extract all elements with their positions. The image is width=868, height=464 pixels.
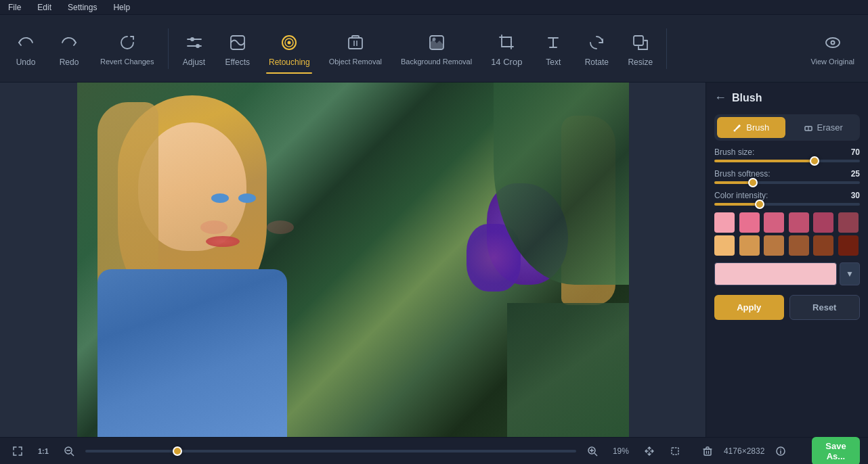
color-swatch-10[interactable]: [813, 235, 833, 256]
undo-button[interactable]: Undo: [5, 26, 46, 71]
blush-right: [267, 221, 294, 234]
color-swatch-3[interactable]: [789, 212, 809, 233]
object-removal-button[interactable]: Object Removal: [321, 26, 390, 70]
delete-button[interactable]: [698, 442, 717, 459]
svg-point-3: [196, 44, 200, 48]
color-intensity-label-row: Color intensity: 30: [714, 191, 860, 200]
effects-label: Effects: [225, 57, 250, 67]
text-button[interactable]: Text: [533, 26, 573, 71]
apply-button[interactable]: Apply: [714, 295, 784, 320]
canvas-image: [77, 83, 629, 437]
adjust-button[interactable]: Adjust: [174, 26, 215, 71]
effects-icon: [225, 30, 250, 55]
redo-icon: [57, 30, 81, 55]
color-swatch-9[interactable]: [789, 235, 809, 256]
color-swatch-0[interactable]: [714, 212, 735, 233]
brush-softness-value: 25: [851, 169, 860, 179]
color-intensity-value: 30: [851, 191, 860, 200]
fullscreen-button[interactable]: [8, 442, 27, 459]
color-display[interactable]: [714, 262, 837, 285]
back-button[interactable]: ←: [714, 91, 726, 105]
fullscreen-icon: [12, 446, 23, 457]
menu-edit[interactable]: Edit: [35, 1, 54, 14]
zoom-in-button[interactable]: [583, 442, 602, 459]
zoom-out-button[interactable]: [60, 442, 79, 459]
object-removal-label: Object Removal: [329, 57, 382, 66]
color-intensity-row: Color intensity: 30: [714, 191, 860, 206]
svg-point-19: [734, 129, 736, 131]
color-dropdown-button[interactable]: ▼: [840, 262, 860, 285]
undo-icon: [14, 30, 38, 55]
color-swatch-4[interactable]: [813, 212, 833, 233]
undo-label: Undo: [16, 57, 36, 67]
info-icon: [775, 446, 786, 457]
retouching-icon: [277, 30, 301, 55]
color-swatch-1[interactable]: [739, 212, 760, 233]
selection-tool-button[interactable]: [666, 442, 685, 459]
background-removal-icon: [425, 30, 449, 55]
svg-rect-29: [672, 448, 678, 455]
mode-toggle: Brush Eraser: [714, 114, 860, 141]
effects-button[interactable]: Effects: [217, 26, 258, 71]
adjust-icon: [182, 30, 207, 55]
main-content: ← Blush Brush Eraser Br: [0, 83, 868, 437]
brush-mode-button[interactable]: Brush: [717, 117, 785, 138]
toolbar-separator-1: [168, 28, 169, 69]
resize-label: Resize: [628, 57, 653, 67]
menu-settings[interactable]: Settings: [65, 1, 100, 14]
save-as-button[interactable]: Save As...: [812, 437, 860, 465]
eraser-mode-button[interactable]: Eraser: [789, 117, 858, 138]
reset-button[interactable]: Reset: [789, 295, 861, 320]
panel-title: Blush: [732, 92, 762, 104]
zoom-out-icon: [64, 446, 74, 457]
color-swatch-2[interactable]: [764, 212, 784, 233]
resize-button[interactable]: Resize: [620, 26, 661, 71]
brush-size-label: Brush size:: [714, 147, 754, 157]
background-removal-button[interactable]: Background Removal: [393, 26, 480, 70]
background-removal-label: Background Removal: [401, 57, 472, 66]
svg-line-26: [594, 453, 597, 456]
svg-point-18: [831, 41, 833, 43]
info-button[interactable]: [771, 442, 790, 459]
retouching-button[interactable]: Retouching: [261, 26, 318, 71]
zoom-level: 19%: [609, 446, 633, 456]
revert-button[interactable]: Revert Changes: [92, 26, 162, 70]
selection-icon: [670, 446, 680, 457]
color-swatch-5[interactable]: [838, 212, 859, 233]
pan-tool-button[interactable]: [640, 442, 659, 459]
color-swatch-6[interactable]: [714, 235, 735, 256]
view-original-button[interactable]: View Original: [802, 26, 863, 70]
menu-help[interactable]: Help: [110, 1, 133, 14]
blush-left: [200, 221, 227, 234]
revert-label: Revert Changes: [100, 57, 154, 66]
svg-point-12: [432, 37, 435, 41]
text-label: Text: [546, 57, 561, 67]
brush-icon: [733, 123, 742, 133]
rotate-button[interactable]: Rotate: [576, 26, 617, 71]
color-swatch-8[interactable]: [764, 235, 784, 256]
toolbar: Undo Redo Revert Changes: [0, 15, 868, 83]
crop-icon: [494, 30, 519, 54]
view-original-label: View Original: [810, 57, 854, 66]
zoom-in-icon: [587, 446, 598, 457]
adjust-label: Adjust: [183, 57, 205, 67]
text-icon: [541, 30, 565, 55]
brush-size-slider[interactable]: [714, 160, 860, 162]
brush-size-row: Brush size: 70: [714, 147, 860, 162]
color-swatch-7[interactable]: [739, 235, 760, 256]
brush-softness-slider[interactable]: [714, 181, 860, 184]
crop-button[interactable]: 14 Crop: [483, 26, 530, 71]
crop-label: 14 Crop: [491, 57, 522, 67]
toolbar-separator-2: [666, 28, 667, 69]
color-swatch-11[interactable]: [838, 235, 859, 256]
color-intensity-slider[interactable]: [714, 203, 860, 206]
svg-rect-8: [349, 38, 362, 49]
eye-left: [211, 193, 229, 203]
panel-header: ← Blush: [714, 91, 860, 105]
redo-button[interactable]: Redo: [49, 26, 89, 71]
canvas-area[interactable]: [0, 83, 706, 437]
actual-size-button[interactable]: 1:1: [34, 444, 53, 458]
rotate-label: Rotate: [585, 57, 609, 67]
menu-file[interactable]: File: [5, 1, 24, 14]
zoom-slider[interactable]: [85, 450, 576, 453]
